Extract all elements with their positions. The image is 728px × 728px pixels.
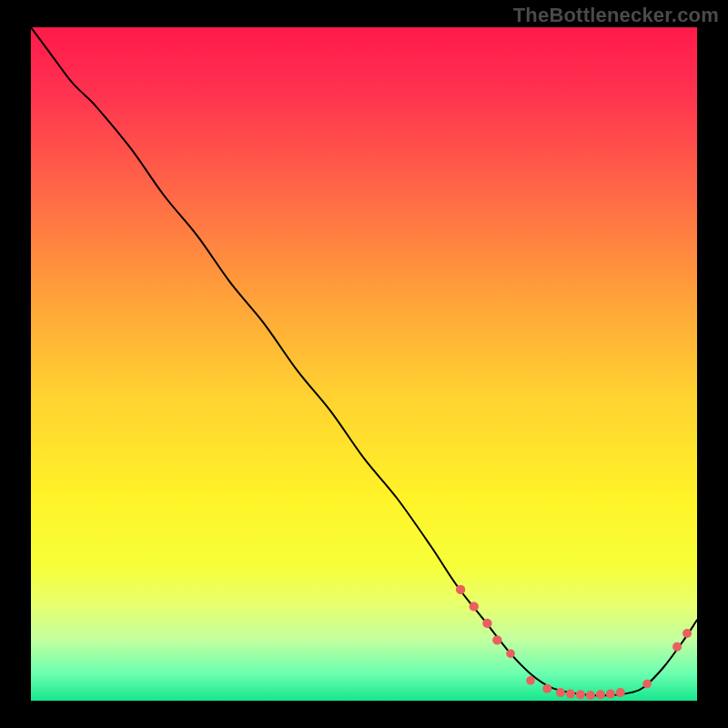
data-marker [682,629,692,638]
data-marker [586,691,595,700]
data-marker [642,680,652,689]
chart-svg [31,27,697,701]
data-marker [576,690,585,699]
data-marker [470,602,479,611]
watermark-text: TheBottlenecker.com [513,4,719,27]
data-marker [492,635,501,644]
gradient-background [31,27,697,701]
data-marker [606,690,615,699]
data-marker [456,585,465,594]
data-marker [596,690,605,699]
data-marker [542,684,551,693]
plot-area [31,27,697,701]
data-marker [566,690,575,699]
data-marker [526,676,535,685]
data-marker [482,619,491,628]
data-marker [672,642,682,652]
chart-frame: TheBottlenecker.com [0,0,728,728]
data-marker [556,688,565,697]
data-marker [616,688,625,697]
data-marker [506,649,515,658]
